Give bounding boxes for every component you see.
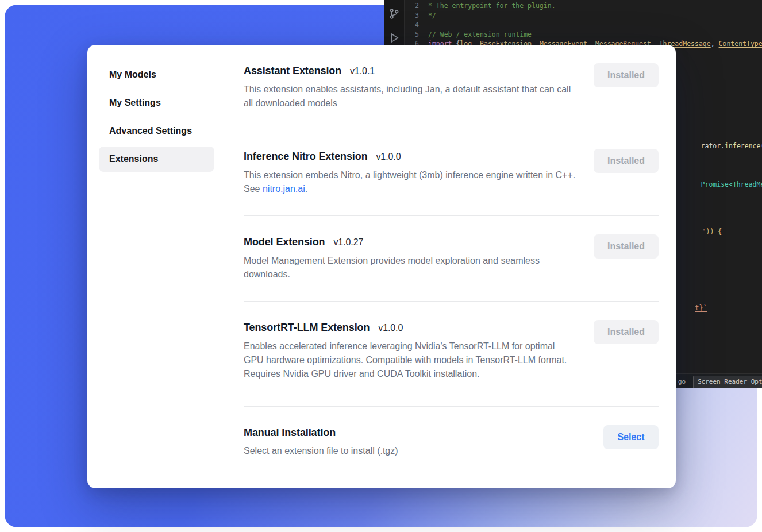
code-fragment: t}`	[671, 294, 707, 322]
extension-version: v1.0.0	[376, 152, 401, 161]
code-line: 3 */	[405, 11, 762, 21]
extension-version: v1.0.0	[378, 323, 403, 333]
extension-row-tensorrt-llm: TensortRT-LLM Extension v1.0.0 Enables a…	[244, 302, 659, 407]
extension-description: Select an extension file to install (.tg…	[244, 444, 398, 458]
page: 2 * The entrypoint for the plugin. 3 */ …	[0, 0, 762, 532]
code-line: 4	[405, 20, 762, 30]
extension-description: This extension enables assistants, inclu…	[244, 83, 576, 110]
extension-name: Model Extension	[244, 236, 325, 248]
code-token: Promise<ThreadMessage>	[701, 180, 762, 188]
extension-description: This extension embeds Nitro, a lightweig…	[244, 168, 576, 196]
line-number: 4	[405, 20, 428, 30]
installed-button[interactable]: Installed	[594, 149, 659, 173]
extension-info: Inference Nitro Extension v1.0.0 This ex…	[244, 149, 576, 196]
run-and-debug-icon[interactable]	[388, 32, 400, 44]
extension-description: Model Management Extension provides mode…	[244, 254, 576, 282]
extension-name: Manual Installation	[244, 427, 336, 438]
code-token: ,	[711, 39, 719, 49]
code-text: // Web / extension runtime	[428, 30, 532, 40]
code-text: * The entrypoint for the plugin.	[428, 1, 556, 11]
code-token: )) {	[706, 228, 722, 236]
status-go-item[interactable]: go	[678, 377, 686, 387]
line-number: 5	[405, 30, 428, 40]
extension-version: v1.0.27	[333, 237, 363, 247]
screen-reader-badge[interactable]: Screen Reader Optimized	[693, 376, 762, 388]
code-fragment: ')) {	[678, 217, 722, 246]
extension-title: TensortRT-LLM Extension v1.0.0	[244, 320, 576, 336]
sidebar-item-advanced-settings[interactable]: Advanced Settings	[99, 118, 214, 144]
installed-button[interactable]: Installed	[594, 234, 659, 259]
extension-row-inference-nitro: Inference Nitro Extension v1.0.0 This ex…	[244, 130, 659, 216]
extension-name: Assistant Extension	[244, 65, 341, 76]
source-control-icon[interactable]	[388, 8, 400, 20]
sidebar-item-label: My Settings	[109, 98, 161, 108]
settings-modal: My Models My Settings Advanced Settings …	[87, 45, 676, 488]
select-button[interactable]: Select	[603, 425, 659, 449]
extension-info: Model Extension v1.0.27 Model Management…	[244, 234, 576, 282]
code-line: 5 // Web / extension runtime	[405, 30, 762, 40]
nitro-jan-ai-link[interactable]: nitro.jan.ai	[263, 184, 305, 194]
extension-title: Manual Installation	[244, 425, 398, 440]
extension-row-model: Model Extension v1.0.27 Model Management…	[244, 216, 659, 302]
editor-code-area[interactable]: 2 * The entrypoint for the plugin. 3 */ …	[405, 1, 762, 49]
extension-info: TensortRT-LLM Extension v1.0.0 Enables a…	[244, 320, 576, 381]
installed-button[interactable]: Installed	[594, 63, 659, 87]
code-token: inference	[725, 142, 760, 150]
code-fragment: rator.inference(data));	[677, 132, 762, 160]
extension-row-manual-installation: Manual Installation Select an extension …	[244, 407, 659, 477]
installed-button[interactable]: Installed	[594, 320, 659, 344]
code-text: */	[428, 11, 436, 21]
extension-description: Enables accelerated inference leveraging…	[244, 340, 576, 381]
code-fragment: Promise<ThreadMessage>	[677, 170, 762, 199]
sidebar-item-extensions[interactable]: Extensions	[99, 147, 214, 172]
code-token: t}`	[695, 304, 707, 312]
code-token: ContentType	[719, 39, 762, 49]
extension-info: Assistant Extension v1.0.1 This extensio…	[244, 63, 576, 110]
extension-title: Inference Nitro Extension v1.0.0	[244, 149, 576, 164]
extensions-panel: Assistant Extension v1.0.1 This extensio…	[224, 45, 676, 488]
extension-version: v1.0.1	[350, 66, 375, 76]
code-token: rator	[701, 142, 721, 150]
sidebar-item-label: My Models	[109, 70, 156, 80]
extension-name: Inference Nitro Extension	[244, 151, 368, 162]
settings-sidebar: My Models My Settings Advanced Settings …	[87, 45, 224, 488]
line-number: 3	[405, 11, 428, 21]
code-line: 2 * The entrypoint for the plugin.	[405, 1, 762, 11]
extension-row-assistant: Assistant Extension v1.0.1 This extensio…	[244, 45, 659, 130]
extension-name: TensortRT-LLM Extension	[244, 322, 370, 333]
sidebar-item-label: Advanced Settings	[109, 126, 192, 136]
sidebar-item-label: Extensions	[109, 154, 158, 164]
extension-title: Model Extension v1.0.27	[244, 234, 576, 250]
extension-title: Assistant Extension v1.0.1	[244, 63, 576, 79]
sidebar-item-my-models[interactable]: My Models	[99, 62, 214, 87]
extension-info: Manual Installation Select an extension …	[244, 425, 398, 458]
line-number: 2	[405, 1, 428, 11]
sidebar-item-my-settings[interactable]: My Settings	[99, 90, 214, 115]
description-text: .	[305, 184, 307, 194]
